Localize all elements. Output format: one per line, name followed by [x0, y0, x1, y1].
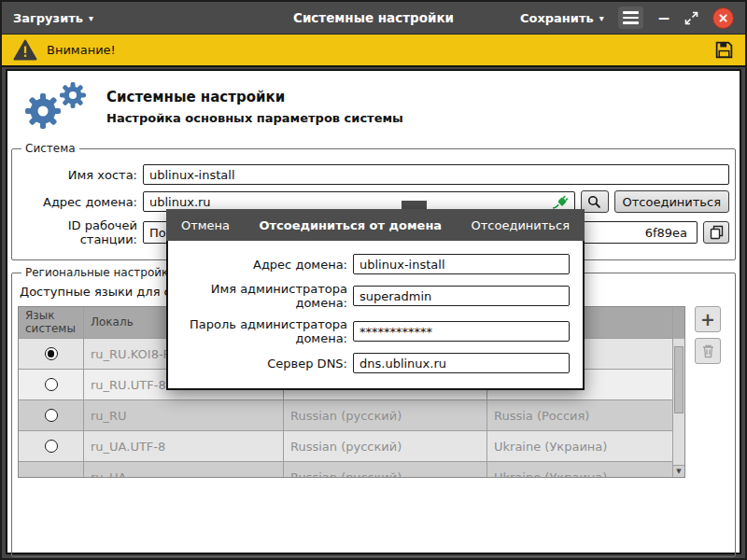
- page-header: Системные настройки Настройка основных п…: [7, 73, 740, 136]
- dialog-disconnect-button[interactable]: Отсоединиться: [468, 217, 574, 234]
- language-cell: Russian (русский): [284, 462, 487, 478]
- load-menu-button[interactable]: Загрузить ▾: [13, 11, 93, 25]
- scrollbar-thumb[interactable]: [674, 346, 684, 413]
- table-row[interactable]: ru_UA Russian (русский) Ukraine (Украина…: [19, 462, 684, 478]
- page-title: Системные настройки: [106, 89, 403, 105]
- hostname-input[interactable]: [143, 164, 729, 185]
- dialog-dns-label: Сервер DNS:: [168, 357, 347, 371]
- copy-icon: [710, 225, 724, 240]
- dialog-password-label: Пароль администратора домена:: [168, 317, 347, 345]
- delete-locale-button[interactable]: [695, 338, 721, 364]
- save-menu-label: Сохранить: [520, 11, 594, 25]
- floppy-icon: [714, 40, 734, 60]
- scrollbar-down-arrow[interactable]: ▼: [673, 465, 684, 477]
- hamburger-menu-button[interactable]: [618, 7, 643, 29]
- locale-cell: ru_RU: [84, 400, 284, 430]
- hamburger-icon: [623, 11, 639, 14]
- search-icon: [587, 195, 601, 209]
- country-cell: Russia (Россия): [487, 400, 684, 430]
- locale-radio[interactable]: [45, 440, 58, 453]
- disconnect-button[interactable]: Отсоединиться: [614, 190, 730, 213]
- dialog-password-input[interactable]: [353, 321, 570, 342]
- trash-icon: [701, 343, 715, 358]
- dialog-admin-input[interactable]: [353, 286, 570, 306]
- warning-label: Внимание!: [47, 43, 116, 57]
- locale-radio[interactable]: [45, 409, 58, 422]
- locale-radio[interactable]: [45, 378, 58, 391]
- regional-group-legend: Региональные настройки: [21, 266, 179, 279]
- locale-radio[interactable]: [45, 347, 58, 360]
- close-icon: ×: [718, 10, 729, 25]
- save-file-button[interactable]: [714, 40, 734, 60]
- load-menu-label: Загрузить: [13, 11, 83, 25]
- chevron-down-icon: ▾: [599, 13, 604, 23]
- copy-id-button[interactable]: [703, 221, 729, 244]
- dialog-cancel-button[interactable]: Отмена: [177, 217, 233, 234]
- domain-label: Адрес домена:: [18, 195, 137, 209]
- country-cell: Ukraine (Украина): [487, 462, 684, 478]
- locale-cell: ru_UA: [84, 462, 284, 478]
- warning-icon: [13, 39, 37, 61]
- locale-cell: ru_UA.UTF-8: [84, 431, 284, 461]
- connected-plug-icon: [552, 194, 571, 209]
- minimize-button[interactable]: −: [657, 8, 670, 27]
- dialog-title: Отсоединиться от домена: [233, 218, 467, 232]
- workstation-id-end: 6f89ea: [645, 226, 687, 240]
- save-menu-button[interactable]: Сохранить ▾: [520, 11, 604, 25]
- header-system-language: Язык системы: [19, 307, 84, 338]
- plus-icon: +: [700, 311, 715, 329]
- search-domain-button[interactable]: [581, 190, 609, 213]
- country-cell: Ukraine (Украина): [487, 431, 684, 461]
- maximize-icon: [684, 11, 698, 25]
- warning-bar: Внимание!: [2, 34, 745, 67]
- dialog-header: Отмена Отсоединиться от домена Отсоедини…: [166, 209, 585, 241]
- dialog-domain-label: Адрес домена:: [168, 258, 347, 272]
- dialog-dns-input[interactable]: [353, 353, 570, 373]
- gears-icon: [17, 80, 92, 133]
- app-window: Загрузить ▾ Системные настройки Сохранит…: [0, 0, 747, 560]
- maximize-button[interactable]: [684, 11, 698, 25]
- dialog-admin-label: Имя администратора домена:: [168, 282, 347, 310]
- table-scrollbar[interactable]: ▼: [672, 307, 684, 477]
- table-row[interactable]: ru_RU Russian (русский) Russia (Россия): [19, 400, 684, 431]
- workstation-id-label: ID рабочей станции:: [18, 218, 137, 246]
- titlebar-controls: Сохранить ▾ − ×: [520, 7, 734, 29]
- add-locale-button[interactable]: +: [695, 306, 721, 332]
- disconnect-dialog: Отмена Отсоединиться от домена Отсоедини…: [166, 209, 585, 390]
- language-cell: Russian (русский): [284, 431, 487, 461]
- language-cell: Russian (русский): [284, 400, 487, 430]
- titlebar: Загрузить ▾ Системные настройки Сохранит…: [2, 2, 745, 34]
- close-button[interactable]: ×: [712, 7, 734, 29]
- hostname-label: Имя хоста:: [18, 168, 137, 182]
- dialog-domain-input[interactable]: [353, 254, 570, 274]
- system-group-legend: Система: [21, 142, 79, 155]
- table-row[interactable]: ru_UA.UTF-8 Russian (русский) Ukraine (У…: [19, 431, 684, 462]
- chevron-down-icon: ▾: [89, 13, 93, 23]
- dialog-body: Адрес домена: Имя администратора домена:…: [166, 241, 585, 390]
- page-subtitle: Настройка основных параметров системы: [106, 111, 403, 125]
